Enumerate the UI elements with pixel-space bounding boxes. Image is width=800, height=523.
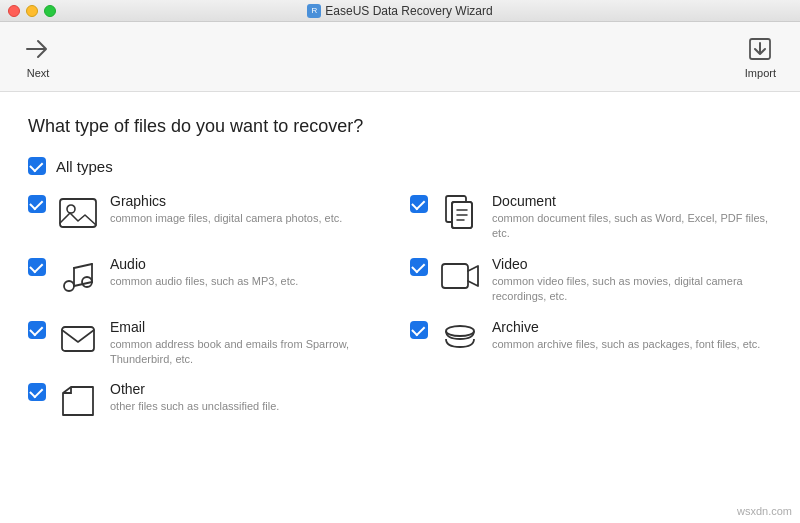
all-types-checkbox[interactable] [28, 157, 46, 175]
minimize-button[interactable] [26, 5, 38, 17]
graphics-icon [56, 191, 100, 235]
email-icon [56, 317, 100, 361]
other-icon [56, 379, 100, 423]
other-checkbox[interactable] [28, 383, 46, 401]
file-type-document: Document common document files, such as … [410, 191, 772, 242]
archive-name: Archive [492, 319, 772, 335]
document-checkbox[interactable] [410, 195, 428, 213]
maximize-button[interactable] [44, 5, 56, 17]
file-type-audio: Audio common audio files, such as MP3, e… [28, 254, 390, 305]
close-button[interactable] [8, 5, 20, 17]
import-button[interactable]: Import [737, 31, 784, 83]
audio-checkbox[interactable] [28, 258, 46, 276]
audio-info: Audio common audio files, such as MP3, e… [110, 254, 390, 289]
email-desc: common address book and emails from Spar… [110, 337, 390, 368]
traffic-lights [8, 5, 56, 17]
svg-rect-17 [442, 264, 468, 288]
svg-rect-18 [62, 327, 94, 351]
archive-checkbox[interactable] [410, 321, 428, 339]
graphics-checkbox[interactable] [28, 195, 46, 213]
video-desc: common video files, such as movies, digi… [492, 274, 772, 305]
graphics-desc: common image files, digital camera photo… [110, 211, 390, 226]
email-checkbox[interactable] [28, 321, 46, 339]
graphics-name: Graphics [110, 193, 390, 209]
video-info: Video common video files, such as movies… [492, 254, 772, 305]
next-button[interactable]: Next [16, 31, 60, 83]
window-title: R EaseUS Data Recovery Wizard [307, 4, 492, 18]
document-info: Document common document files, such as … [492, 191, 772, 242]
audio-desc: common audio files, such as MP3, etc. [110, 274, 390, 289]
file-type-video: Video common video files, such as movies… [410, 254, 772, 305]
all-types-row: All types [28, 157, 772, 175]
svg-point-11 [64, 281, 74, 291]
all-types-label: All types [56, 158, 113, 175]
archive-icon [438, 317, 482, 361]
video-checkbox[interactable] [410, 258, 428, 276]
file-type-other: Other other files such as unclassified f… [28, 379, 390, 423]
watermark: wsxdn.com [737, 505, 792, 517]
app-icon: R [307, 4, 321, 18]
page-question: What type of files do you want to recove… [28, 116, 772, 137]
email-name: Email [110, 319, 390, 335]
email-info: Email common address book and emails fro… [110, 317, 390, 368]
file-type-email: Email common address book and emails fro… [28, 317, 390, 368]
audio-icon [56, 254, 100, 298]
document-icon [438, 191, 482, 235]
archive-info: Archive common archive files, such as pa… [492, 317, 772, 352]
graphics-info: Graphics common image files, digital cam… [110, 191, 390, 226]
other-info: Other other files such as unclassified f… [110, 379, 390, 414]
svg-rect-3 [60, 199, 96, 227]
audio-name: Audio [110, 256, 390, 272]
video-name: Video [492, 256, 772, 272]
title-bar: R EaseUS Data Recovery Wizard [0, 0, 800, 22]
next-label: Next [27, 67, 50, 79]
file-types-grid: Graphics common image files, digital cam… [28, 191, 772, 423]
archive-desc: common archive files, such as packages, … [492, 337, 772, 352]
svg-point-19 [446, 326, 474, 336]
toolbar: Next Import [0, 22, 800, 92]
video-icon [438, 254, 482, 298]
svg-point-4 [67, 205, 75, 213]
main-content: What type of files do you want to recove… [0, 92, 800, 523]
document-desc: common document files, such as Word, Exc… [492, 211, 772, 242]
next-icon [24, 35, 52, 63]
svg-line-16 [74, 264, 92, 268]
other-name: Other [110, 381, 390, 397]
file-type-graphics: Graphics common image files, digital cam… [28, 191, 390, 242]
document-name: Document [492, 193, 772, 209]
other-desc: other files such as unclassified file. [110, 399, 390, 414]
file-type-archive: Archive common archive files, such as pa… [410, 317, 772, 368]
import-label: Import [745, 67, 776, 79]
import-icon [746, 35, 774, 63]
